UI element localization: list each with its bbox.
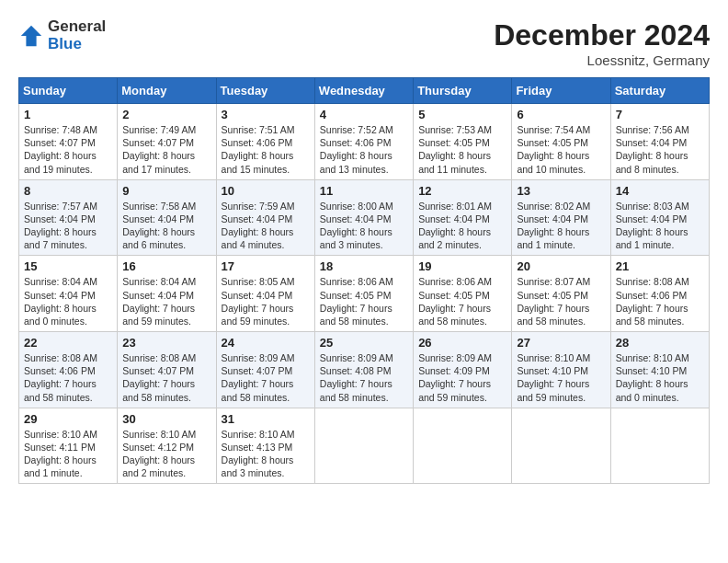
- day-cell-23: 23Sunrise: 8:08 AM Sunset: 4:07 PM Dayli…: [118, 332, 216, 408]
- week-row-4: 22Sunrise: 8:08 AM Sunset: 4:06 PM Dayli…: [19, 332, 710, 408]
- page-header: General Blue December 2024 Loessnitz, Ge…: [18, 18, 710, 68]
- logo-blue: Blue: [48, 36, 106, 53]
- day-detail: Sunrise: 8:03 AM Sunset: 4:04 PM Dayligh…: [616, 200, 704, 252]
- day-cell-3: 3Sunrise: 7:51 AM Sunset: 4:06 PM Daylig…: [216, 104, 314, 180]
- day-detail: Sunrise: 8:06 AM Sunset: 4:05 PM Dayligh…: [418, 275, 506, 327]
- day-cell-30: 30Sunrise: 8:10 AM Sunset: 4:12 PM Dayli…: [118, 408, 216, 484]
- day-detail: Sunrise: 8:09 AM Sunset: 4:07 PM Dayligh…: [222, 351, 310, 404]
- day-number: 8: [24, 184, 112, 198]
- day-cell-18: 18Sunrise: 8:06 AM Sunset: 4:05 PM Dayli…: [314, 256, 413, 332]
- day-cell-27: 27Sunrise: 8:10 AM Sunset: 4:10 PM Dayli…: [512, 332, 610, 408]
- col-header-sunday: Sunday: [19, 78, 118, 104]
- day-number: 12: [418, 184, 506, 198]
- day-detail: Sunrise: 8:10 AM Sunset: 4:10 PM Dayligh…: [517, 351, 605, 404]
- day-cell-13: 13Sunrise: 8:02 AM Sunset: 4:04 PM Dayli…: [512, 179, 610, 256]
- day-number: 11: [320, 184, 408, 198]
- empty-cell: [512, 408, 610, 484]
- day-cell-20: 20Sunrise: 8:07 AM Sunset: 4:05 PM Dayli…: [512, 256, 610, 332]
- col-header-thursday: Thursday: [414, 78, 512, 104]
- day-cell-16: 16Sunrise: 8:04 AM Sunset: 4:04 PM Dayli…: [118, 256, 216, 332]
- day-cell-22: 22Sunrise: 8:08 AM Sunset: 4:06 PM Dayli…: [19, 332, 118, 408]
- day-cell-4: 4Sunrise: 7:52 AM Sunset: 4:06 PM Daylig…: [314, 104, 413, 180]
- logo: General Blue: [18, 18, 106, 52]
- day-detail: Sunrise: 7:51 AM Sunset: 4:06 PM Dayligh…: [222, 123, 310, 176]
- day-cell-31: 31Sunrise: 8:10 AM Sunset: 4:13 PM Dayli…: [216, 408, 314, 484]
- day-number: 17: [222, 259, 310, 273]
- day-cell-28: 28Sunrise: 8:10 AM Sunset: 4:10 PM Dayli…: [610, 332, 709, 408]
- day-cell-21: 21Sunrise: 8:08 AM Sunset: 4:06 PM Dayli…: [610, 256, 709, 332]
- empty-cell: [314, 408, 413, 484]
- logo-general: General: [48, 18, 106, 36]
- day-number: 25: [320, 336, 408, 350]
- day-cell-11: 11Sunrise: 8:00 AM Sunset: 4:04 PM Dayli…: [314, 179, 413, 256]
- day-number: 28: [616, 336, 704, 350]
- empty-cell: [414, 408, 512, 484]
- col-header-friday: Friday: [512, 78, 610, 104]
- day-cell-2: 2Sunrise: 7:49 AM Sunset: 4:07 PM Daylig…: [118, 104, 216, 180]
- day-number: 23: [122, 336, 210, 350]
- day-number: 29: [24, 412, 112, 426]
- day-cell-15: 15Sunrise: 8:04 AM Sunset: 4:04 PM Dayli…: [19, 256, 118, 332]
- day-detail: Sunrise: 7:49 AM Sunset: 4:07 PM Dayligh…: [122, 123, 210, 176]
- day-number: 5: [418, 108, 506, 121]
- col-header-saturday: Saturday: [610, 78, 709, 104]
- day-detail: Sunrise: 7:59 AM Sunset: 4:04 PM Dayligh…: [222, 200, 310, 252]
- day-cell-1: 1Sunrise: 7:48 AM Sunset: 4:07 PM Daylig…: [19, 104, 118, 180]
- day-cell-19: 19Sunrise: 8:06 AM Sunset: 4:05 PM Dayli…: [414, 256, 512, 332]
- day-number: 21: [616, 259, 704, 273]
- day-detail: Sunrise: 8:10 AM Sunset: 4:10 PM Dayligh…: [616, 351, 704, 404]
- day-detail: Sunrise: 7:54 AM Sunset: 4:05 PM Dayligh…: [517, 123, 605, 176]
- day-number: 1: [24, 108, 112, 121]
- day-number: 27: [517, 336, 605, 350]
- day-detail: Sunrise: 8:10 AM Sunset: 4:11 PM Dayligh…: [24, 428, 112, 480]
- day-detail: Sunrise: 8:09 AM Sunset: 4:09 PM Dayligh…: [418, 351, 506, 404]
- day-detail: Sunrise: 7:57 AM Sunset: 4:04 PM Dayligh…: [24, 200, 112, 252]
- month-title: December 2024: [494, 18, 710, 52]
- day-number: 15: [24, 259, 112, 273]
- day-number: 10: [222, 184, 310, 198]
- day-number: 20: [517, 259, 605, 273]
- day-detail: Sunrise: 8:04 AM Sunset: 4:04 PM Dayligh…: [24, 275, 112, 327]
- day-number: 18: [320, 259, 408, 273]
- day-detail: Sunrise: 7:53 AM Sunset: 4:05 PM Dayligh…: [418, 123, 506, 176]
- day-cell-14: 14Sunrise: 8:03 AM Sunset: 4:04 PM Dayli…: [610, 179, 709, 256]
- day-cell-5: 5Sunrise: 7:53 AM Sunset: 4:05 PM Daylig…: [414, 104, 512, 180]
- day-cell-12: 12Sunrise: 8:01 AM Sunset: 4:04 PM Dayli…: [414, 179, 512, 256]
- day-detail: Sunrise: 7:58 AM Sunset: 4:04 PM Dayligh…: [122, 200, 210, 252]
- day-cell-17: 17Sunrise: 8:05 AM Sunset: 4:04 PM Dayli…: [216, 256, 314, 332]
- day-detail: Sunrise: 8:02 AM Sunset: 4:04 PM Dayligh…: [517, 200, 605, 252]
- day-detail: Sunrise: 8:07 AM Sunset: 4:05 PM Dayligh…: [517, 275, 605, 327]
- day-detail: Sunrise: 7:52 AM Sunset: 4:06 PM Dayligh…: [320, 123, 408, 176]
- day-detail: Sunrise: 7:48 AM Sunset: 4:07 PM Dayligh…: [24, 123, 112, 176]
- logo-icon: [18, 23, 44, 49]
- day-cell-10: 10Sunrise: 7:59 AM Sunset: 4:04 PM Dayli…: [216, 179, 314, 256]
- day-cell-9: 9Sunrise: 7:58 AM Sunset: 4:04 PM Daylig…: [118, 179, 216, 256]
- day-cell-24: 24Sunrise: 8:09 AM Sunset: 4:07 PM Dayli…: [216, 332, 314, 408]
- col-header-monday: Monday: [118, 78, 216, 104]
- day-number: 14: [616, 184, 704, 198]
- header-row: SundayMondayTuesdayWednesdayThursdayFrid…: [19, 78, 710, 104]
- day-detail: Sunrise: 8:04 AM Sunset: 4:04 PM Dayligh…: [122, 275, 210, 327]
- day-cell-7: 7Sunrise: 7:56 AM Sunset: 4:04 PM Daylig…: [610, 104, 709, 180]
- day-number: 9: [122, 184, 210, 198]
- day-cell-26: 26Sunrise: 8:09 AM Sunset: 4:09 PM Dayli…: [414, 332, 512, 408]
- col-header-wednesday: Wednesday: [314, 78, 413, 104]
- week-row-1: 1Sunrise: 7:48 AM Sunset: 4:07 PM Daylig…: [19, 104, 710, 180]
- title-block: December 2024 Loessnitz, Germany: [494, 18, 710, 68]
- day-detail: Sunrise: 8:08 AM Sunset: 4:07 PM Dayligh…: [122, 351, 210, 404]
- day-detail: Sunrise: 8:10 AM Sunset: 4:13 PM Dayligh…: [222, 428, 310, 480]
- day-detail: Sunrise: 8:01 AM Sunset: 4:04 PM Dayligh…: [418, 200, 506, 252]
- day-number: 4: [320, 108, 408, 121]
- day-number: 16: [122, 259, 210, 273]
- day-cell-25: 25Sunrise: 8:09 AM Sunset: 4:08 PM Dayli…: [314, 332, 413, 408]
- day-number: 6: [517, 108, 605, 121]
- day-detail: Sunrise: 8:10 AM Sunset: 4:12 PM Dayligh…: [122, 428, 210, 480]
- day-detail: Sunrise: 8:09 AM Sunset: 4:08 PM Dayligh…: [320, 351, 408, 404]
- day-number: 3: [222, 108, 310, 121]
- day-cell-8: 8Sunrise: 7:57 AM Sunset: 4:04 PM Daylig…: [19, 179, 118, 256]
- day-detail: Sunrise: 8:05 AM Sunset: 4:04 PM Dayligh…: [222, 275, 310, 327]
- day-detail: Sunrise: 8:06 AM Sunset: 4:05 PM Dayligh…: [320, 275, 408, 327]
- day-detail: Sunrise: 8:08 AM Sunset: 4:06 PM Dayligh…: [24, 351, 112, 404]
- day-detail: Sunrise: 8:08 AM Sunset: 4:06 PM Dayligh…: [616, 275, 704, 327]
- day-cell-29: 29Sunrise: 8:10 AM Sunset: 4:11 PM Dayli…: [19, 408, 118, 484]
